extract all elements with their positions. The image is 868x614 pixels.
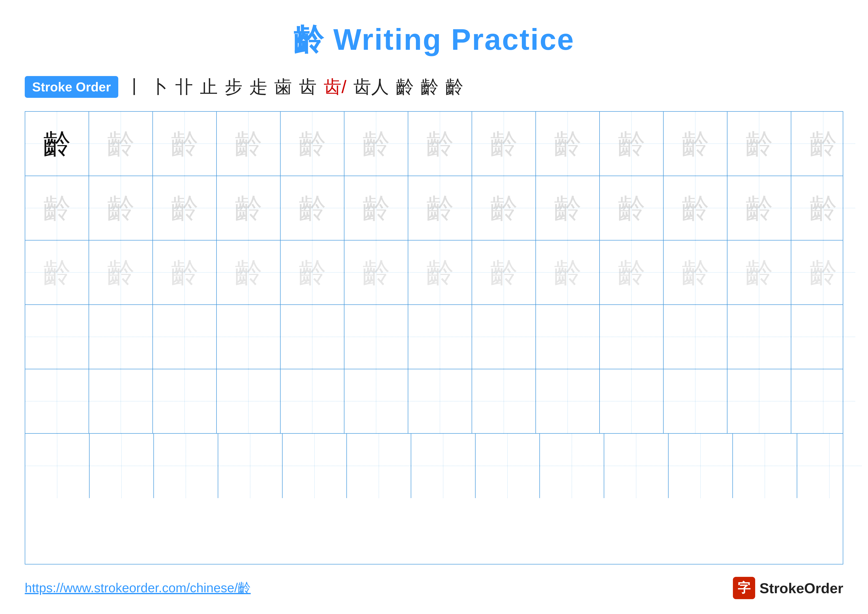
cell-4-6[interactable] bbox=[344, 305, 408, 369]
cell-1-13[interactable]: 齡 bbox=[791, 112, 855, 176]
cell-4-5[interactable] bbox=[281, 305, 344, 369]
char-faint: 齡 bbox=[810, 194, 837, 222]
char-lighter: 齡 bbox=[235, 259, 262, 286]
cell-4-12[interactable] bbox=[727, 305, 791, 369]
cell-3-13[interactable]: 齡 bbox=[791, 241, 855, 305]
cell-4-13[interactable] bbox=[791, 305, 855, 369]
cell-4-7[interactable] bbox=[408, 305, 472, 369]
cell-5-3[interactable] bbox=[153, 369, 217, 433]
cell-2-5[interactable]: 齡 bbox=[281, 176, 344, 240]
char-faint: 齡 bbox=[810, 130, 837, 157]
cell-6-11[interactable] bbox=[668, 434, 733, 498]
cell-4-3[interactable] bbox=[153, 305, 217, 369]
cell-5-5[interactable] bbox=[281, 369, 344, 433]
cell-3-11[interactable]: 齡 bbox=[663, 241, 727, 305]
cell-1-1[interactable]: 齡 bbox=[25, 112, 89, 176]
cell-2-12[interactable]: 齡 bbox=[727, 176, 791, 240]
cell-6-9[interactable] bbox=[540, 434, 604, 498]
cell-6-4[interactable] bbox=[218, 434, 282, 498]
cell-1-8[interactable]: 齡 bbox=[472, 112, 536, 176]
cell-5-7[interactable] bbox=[408, 369, 472, 433]
cell-2-9[interactable]: 齡 bbox=[536, 176, 600, 240]
cell-5-2[interactable] bbox=[89, 369, 153, 433]
cell-5-8[interactable] bbox=[472, 369, 536, 433]
cell-1-5[interactable]: 齡 bbox=[281, 112, 344, 176]
cell-3-1[interactable]: 齡 bbox=[25, 241, 89, 305]
cell-3-9[interactable]: 齡 bbox=[536, 241, 600, 305]
char-faint: 齡 bbox=[746, 194, 773, 222]
cell-3-5[interactable]: 齡 bbox=[281, 241, 344, 305]
char-faint: 齡 bbox=[299, 194, 326, 222]
cell-3-10[interactable]: 齡 bbox=[600, 241, 663, 305]
cell-1-7[interactable]: 齡 bbox=[408, 112, 472, 176]
cell-5-11[interactable] bbox=[663, 369, 727, 433]
cell-3-4[interactable]: 齡 bbox=[217, 241, 281, 305]
char-solid: 齡 bbox=[43, 130, 71, 157]
char-faint: 齡 bbox=[426, 130, 454, 157]
cell-6-1[interactable] bbox=[25, 434, 90, 498]
cell-1-9[interactable]: 齡 bbox=[536, 112, 600, 176]
cell-1-11[interactable]: 齡 bbox=[663, 112, 727, 176]
cell-6-3[interactable] bbox=[154, 434, 218, 498]
cell-4-9[interactable] bbox=[536, 305, 600, 369]
char-faint: 齡 bbox=[171, 130, 198, 157]
char-faint: 齡 bbox=[235, 194, 262, 222]
cell-1-4[interactable]: 齡 bbox=[217, 112, 281, 176]
cell-2-3[interactable]: 齡 bbox=[153, 176, 217, 240]
cell-2-6[interactable]: 齡 bbox=[344, 176, 408, 240]
cell-6-5[interactable] bbox=[282, 434, 347, 498]
cell-4-8[interactable] bbox=[472, 305, 536, 369]
cell-5-9[interactable] bbox=[536, 369, 600, 433]
cell-1-10[interactable]: 齡 bbox=[600, 112, 663, 176]
grid-row-4 bbox=[25, 305, 843, 369]
cell-3-3[interactable]: 齡 bbox=[153, 241, 217, 305]
cell-4-2[interactable] bbox=[89, 305, 153, 369]
stroke-8: 齿 bbox=[299, 75, 317, 99]
cell-6-6[interactable] bbox=[347, 434, 411, 498]
cell-6-10[interactable] bbox=[604, 434, 668, 498]
cell-4-10[interactable] bbox=[600, 305, 663, 369]
char-faint: 齡 bbox=[490, 130, 518, 157]
cell-1-2[interactable]: 齡 bbox=[89, 112, 153, 176]
cell-3-7[interactable]: 齡 bbox=[408, 241, 472, 305]
cell-3-6[interactable]: 齡 bbox=[344, 241, 408, 305]
cell-1-6[interactable]: 齡 bbox=[344, 112, 408, 176]
cell-2-2[interactable]: 齡 bbox=[89, 176, 153, 240]
cell-4-11[interactable] bbox=[663, 305, 727, 369]
cell-3-2[interactable]: 齡 bbox=[89, 241, 153, 305]
cell-2-1[interactable]: 齡 bbox=[25, 176, 89, 240]
cell-3-12[interactable]: 齡 bbox=[727, 241, 791, 305]
title-kanji: 齡 bbox=[293, 23, 324, 56]
cell-6-12[interactable] bbox=[733, 434, 797, 498]
cell-1-3[interactable]: 齡 bbox=[153, 112, 217, 176]
cell-5-10[interactable] bbox=[600, 369, 663, 433]
cell-6-7[interactable] bbox=[411, 434, 476, 498]
cell-2-13[interactable]: 齡 bbox=[791, 176, 855, 240]
cell-5-4[interactable] bbox=[217, 369, 281, 433]
char-faint: 齡 bbox=[363, 194, 390, 222]
cell-6-13[interactable] bbox=[797, 434, 862, 498]
cell-3-8[interactable]: 齡 bbox=[472, 241, 536, 305]
cell-2-4[interactable]: 齡 bbox=[217, 176, 281, 240]
cell-2-11[interactable]: 齡 bbox=[663, 176, 727, 240]
grid-row-5 bbox=[25, 369, 843, 434]
cell-4-1[interactable] bbox=[25, 305, 89, 369]
practice-grid: 齡 齡 齡 齡 齡 齡 齡 齡 齡 bbox=[25, 111, 843, 564]
cell-6-8[interactable] bbox=[476, 434, 540, 498]
footer-url[interactable]: https://www.strokeorder.com/chinese/齡 bbox=[25, 579, 251, 597]
cell-5-12[interactable] bbox=[727, 369, 791, 433]
cell-2-8[interactable]: 齡 bbox=[472, 176, 536, 240]
stroke-order-badge: Stroke Order bbox=[25, 76, 118, 98]
stroke-13: 齡 bbox=[445, 75, 463, 99]
cell-2-7[interactable]: 齡 bbox=[408, 176, 472, 240]
cell-4-4[interactable] bbox=[217, 305, 281, 369]
stroke-1: 丨 bbox=[126, 75, 144, 99]
cell-1-12[interactable]: 齡 bbox=[727, 112, 791, 176]
cell-6-2[interactable] bbox=[90, 434, 154, 498]
stroke-6: 歨 bbox=[250, 75, 267, 99]
cell-2-10[interactable]: 齡 bbox=[600, 176, 663, 240]
cell-5-1[interactable] bbox=[25, 369, 89, 433]
cell-5-6[interactable] bbox=[344, 369, 408, 433]
cell-5-13[interactable] bbox=[791, 369, 855, 433]
title-text: Writing Practice bbox=[333, 23, 575, 56]
